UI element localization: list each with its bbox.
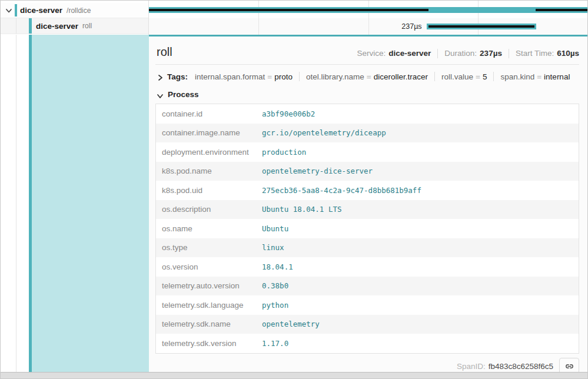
tag-key: roll.value: [441, 72, 473, 81]
kv-key: os.name: [162, 224, 262, 233]
link-icon: [564, 361, 574, 371]
kv-key: deployment.environment: [162, 148, 262, 157]
equals-sign: =: [476, 72, 480, 81]
kv-value: a3bf90e006b2: [262, 109, 315, 118]
chevron-down-icon[interactable]: [157, 91, 164, 98]
tag-item: internal.span.format=proto: [195, 72, 293, 81]
duration-value: 237µs: [480, 49, 502, 58]
kv-value: 1.17.0: [262, 339, 288, 348]
table-row: os.type linux: [156, 238, 579, 258]
equals-sign: =: [267, 72, 272, 81]
kv-value: opentelemetry: [262, 320, 320, 328]
kv-value: Ubuntu: [262, 224, 288, 233]
table-row: telemetry.auto.version 0.38b0: [156, 277, 579, 296]
kv-key: telemetry.sdk.version: [162, 339, 262, 348]
divider: [155, 64, 579, 65]
span-row-roll-selected[interactable]: dice-server roll: [1, 18, 148, 34]
span-bar-roll[interactable]: [427, 24, 536, 29]
service-color-bar: [15, 4, 17, 16]
kv-key: k8s.pod.uid: [162, 186, 262, 195]
kv-key: telemetry.auto.version: [162, 281, 262, 290]
kv-value: Ubuntu 18.04.1 LTS: [262, 205, 341, 214]
kv-key: os.version: [162, 262, 262, 271]
span-detail-section: roll Service: dice-server Duration: 237µ…: [1, 35, 587, 372]
kv-key: telemetry.sdk.language: [162, 301, 262, 310]
kv-value: 18.04.1: [262, 262, 293, 271]
table-row: deployment.environment production: [156, 142, 579, 162]
divider: [437, 49, 438, 58]
timeline-tick-line: [258, 1, 259, 35]
kv-key: container.image.name: [162, 128, 262, 137]
tag-key: otel.library.name: [306, 72, 364, 81]
critical-path-segment: [428, 25, 534, 28]
table-row: telemetry.sdk.version 1.17.0: [156, 334, 579, 353]
table-row: container.id a3bf90e006b2: [156, 104, 579, 124]
start-time-value: 610µs: [557, 49, 579, 58]
tag-value: diceroller.tracer: [374, 72, 428, 81]
tag-key: span.kind: [500, 72, 534, 81]
timeline-tick-line: [368, 1, 369, 35]
span-rows-section: dice-server /rolldice dice-server roll 2…: [1, 1, 587, 35]
table-row: telemetry.sdk.name opentelemetry: [156, 315, 579, 334]
kv-value: python: [262, 301, 288, 310]
service-color-bar: [29, 18, 32, 34]
critical-path-segment: [536, 9, 587, 11]
kv-key: k8s.pod.name: [162, 167, 262, 175]
service-value: dice-server: [388, 49, 431, 58]
span-service-name[interactable]: dice-server: [20, 6, 62, 15]
span-title: roll: [157, 45, 172, 59]
kv-key: os.description: [162, 205, 262, 214]
table-row: os.description Ubuntu 18.04.1 LTS: [156, 200, 579, 220]
span-service-name[interactable]: dice-server: [36, 22, 78, 31]
kv-value: 0.38b0: [262, 281, 288, 290]
table-row: os.version 18.04.1: [156, 257, 579, 277]
tag-key: internal.span.format: [195, 72, 265, 81]
start-time-label: Start Time:: [516, 49, 554, 58]
timeline-column: 237µs: [149, 1, 587, 35]
span-detail-panel: roll Service: dice-server Duration: 237µ…: [149, 35, 587, 372]
table-row: k8s.pod.name opentelemetry-dice-server: [156, 162, 579, 181]
indent-guide-line: [16, 35, 16, 372]
kv-key: container.id: [162, 109, 262, 118]
kv-key: os.type: [162, 243, 262, 252]
span-id-label: SpanID:: [457, 362, 486, 371]
table-row: k8s.pod.uid 275ecb36-5aa8-4c2a-9c47-d8bb…: [156, 181, 579, 200]
tag-item: otel.library.name=diceroller.tracer: [306, 72, 428, 81]
table-row: telemetry.sdk.language python: [156, 295, 579, 315]
tags-header-label[interactable]: Tags:: [167, 72, 188, 81]
span-duration-label: 237µs: [401, 22, 421, 31]
duration-label: Duration:: [444, 49, 477, 58]
span-row-rolldice[interactable]: dice-server /rolldice: [1, 3, 148, 18]
equals-sign: =: [537, 72, 542, 81]
selection-gutter: [1, 35, 149, 372]
divider: [509, 49, 509, 58]
kv-key: telemetry.sdk.name: [162, 320, 262, 328]
kv-value: production: [262, 148, 306, 157]
span-operation-name: /rolldice: [67, 6, 91, 15]
span-id-value: fb483c8c6258f6c5: [489, 362, 553, 371]
tag-item: span.kind=internal: [500, 72, 570, 81]
span-operation-name: roll: [82, 22, 92, 30]
tag-value: 5: [483, 72, 487, 81]
tag-value: internal: [544, 72, 570, 81]
tags-accordion[interactable]: Tags: internal.span.format=proto otel.li…: [155, 72, 579, 81]
divider: [434, 72, 435, 81]
span-overview: Service: dice-server Duration: 237µs Sta…: [357, 49, 579, 58]
equals-sign: =: [367, 72, 371, 81]
divider: [493, 72, 494, 81]
process-accordion[interactable]: Process: [155, 90, 579, 99]
span-name-column: dice-server /rolldice dice-server roll: [1, 1, 149, 35]
timeline-tick-line: [478, 1, 479, 35]
service-label: Service:: [357, 49, 386, 58]
span-detail-header: roll Service: dice-server Duration: 237µ…: [155, 43, 579, 59]
chevron-right-icon[interactable]: [157, 73, 164, 80]
tag-item: roll.value=5: [441, 72, 487, 81]
indent-guide-line: [16, 18, 16, 34]
trace-view-screen: dice-server /rolldice dice-server roll 2…: [0, 0, 588, 379]
divider: [299, 72, 300, 81]
span-bar-rolldice[interactable]: [149, 7, 587, 13]
critical-path-segment: [149, 9, 428, 11]
chevron-down-icon[interactable]: [5, 6, 13, 15]
process-header-label[interactable]: Process: [168, 90, 199, 99]
bottom-scrollbar-track[interactable]: [1, 372, 587, 378]
